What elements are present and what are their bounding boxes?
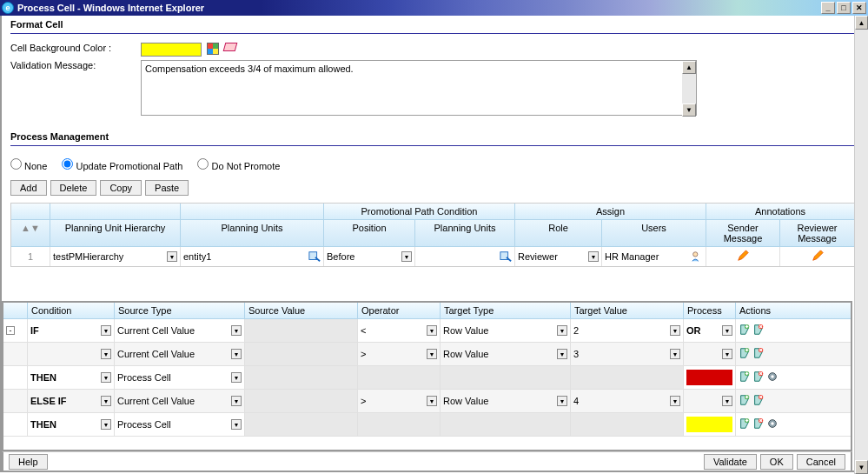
expand-cell[interactable]: - [3, 319, 28, 342]
action-del-icon[interactable] [752, 324, 765, 337]
dropdown-icon[interactable]: ▼ [427, 349, 437, 359]
cell-target-type[interactable] [441, 413, 571, 436]
help-button[interactable]: Help [9, 454, 48, 470]
dropdown-icon[interactable]: ▼ [231, 349, 242, 359]
action-del-icon[interactable] [752, 347, 765, 361]
scroll-up-icon[interactable]: ▲ [682, 61, 696, 74]
col-role[interactable]: Role [515, 220, 602, 246]
cell-condition[interactable]: THEN▼ [28, 366, 115, 389]
validate-button[interactable]: Validate [704, 454, 757, 470]
cell-position[interactable]: Before▼ [324, 247, 415, 266]
col-users[interactable]: Users [602, 220, 706, 246]
dropdown-icon[interactable]: ▼ [231, 419, 242, 430]
cell-operator[interactable]: >▼ [358, 390, 441, 412]
dropdown-icon[interactable]: ▼ [427, 325, 437, 336]
cell-source-value[interactable] [245, 319, 358, 342]
cell-source-type[interactable]: Process Cell▼ [115, 413, 245, 436]
col-operator[interactable]: Operator [358, 303, 441, 318]
cell-target-value[interactable] [571, 413, 684, 436]
pencil-icon[interactable] [737, 250, 749, 264]
paste-button[interactable]: Paste [145, 180, 189, 196]
cell-sender-msg[interactable] [706, 247, 780, 266]
dropdown-icon[interactable]: ▼ [101, 372, 111, 383]
cell-pu[interactable]: entity1 [181, 247, 324, 266]
action-del-icon[interactable] [752, 371, 765, 384]
dropdown-icon[interactable]: ▼ [670, 325, 680, 336]
cell-target-value[interactable]: 3▼ [571, 343, 684, 365]
cell-target-value[interactable]: 2▼ [571, 319, 684, 342]
textarea-scrollbar[interactable]: ▲ ▼ [682, 61, 696, 117]
cell-puh[interactable]: testPMHierarchy▼ [50, 247, 181, 266]
process-color-swatch[interactable] [686, 417, 732, 432]
col-target-type[interactable]: Target Type [441, 303, 571, 318]
page-scrollbar[interactable]: ▲ ▼ [854, 16, 868, 474]
action-add-icon[interactable] [739, 347, 751, 361]
sort-arrows[interactable]: ▲▼ [11, 220, 50, 246]
dropdown-icon[interactable]: ▼ [588, 251, 599, 262]
cell-condition[interactable]: THEN▼ [28, 413, 115, 436]
cell-target-value[interactable] [571, 366, 684, 389]
cell-target-value[interactable]: 4▼ [571, 390, 684, 412]
dropdown-icon[interactable]: ▼ [101, 396, 111, 406]
minimize-button[interactable]: _ [821, 2, 835, 14]
collapse-icon[interactable]: - [6, 326, 15, 335]
dropdown-icon[interactable]: ▼ [231, 396, 242, 406]
col-pos[interactable]: Position [324, 220, 415, 246]
action-add-icon[interactable] [739, 417, 751, 431]
action-del-icon[interactable] [752, 417, 765, 431]
validation-textarea[interactable] [141, 60, 697, 116]
cell-operator[interactable] [358, 413, 441, 436]
process-color-swatch[interactable] [686, 370, 732, 385]
palette-icon[interactable] [207, 43, 219, 55]
action-add-icon[interactable] [739, 394, 751, 408]
cell-source-type[interactable]: Current Cell Value▼ [115, 390, 245, 412]
cell-operator[interactable]: >▼ [358, 343, 441, 365]
action-add-icon[interactable] [739, 324, 751, 337]
dropdown-icon[interactable]: ▼ [557, 349, 567, 359]
col-actions[interactable]: Actions [736, 303, 805, 318]
cell-ppu[interactable] [415, 247, 515, 266]
scroll-down-icon[interactable]: ▼ [855, 460, 868, 474]
dropdown-icon[interactable]: ▼ [722, 349, 732, 359]
dropdown-icon[interactable]: ▼ [722, 396, 732, 406]
col-sender-msg[interactable]: Sender Message [706, 220, 780, 246]
cell-source-type[interactable]: Current Cell Value▼ [115, 343, 245, 365]
cell-target-type[interactable]: Row Value▼ [441, 390, 571, 412]
cell-source-value[interactable] [245, 390, 358, 412]
radio-none[interactable]: None [10, 161, 47, 171]
col-process[interactable]: Process [684, 303, 736, 318]
cell-users[interactable]: HR Manager [602, 247, 706, 266]
col-reviewer-msg[interactable]: Reviewer Message [780, 220, 854, 246]
cell-source-value[interactable] [245, 366, 358, 389]
cell-target-type[interactable] [441, 366, 571, 389]
scroll-up-icon[interactable]: ▲ [855, 16, 868, 30]
cell-condition[interactable]: ▼ [28, 343, 115, 365]
cell-source-value[interactable] [245, 343, 358, 365]
cancel-button[interactable]: Cancel [797, 454, 845, 470]
cell-source-type[interactable]: Process Cell▼ [115, 366, 245, 389]
dropdown-icon[interactable]: ▼ [670, 396, 680, 406]
add-button[interactable]: Add [10, 180, 47, 196]
radio-dnp[interactable]: Do Not Promote [197, 161, 280, 171]
col-pu[interactable]: Planning Units [181, 220, 324, 246]
cell-process[interactable] [684, 413, 736, 436]
cell-operator[interactable] [358, 366, 441, 389]
col-source-type[interactable]: Source Type [115, 303, 245, 318]
action-del-icon[interactable] [752, 394, 765, 408]
cell-target-type[interactable]: Row Value▼ [441, 319, 571, 342]
dropdown-icon[interactable]: ▼ [167, 251, 177, 262]
action-gear-icon[interactable] [766, 371, 779, 384]
dropdown-icon[interactable]: ▼ [401, 251, 412, 262]
cell-condition[interactable]: IF▼ [28, 319, 115, 342]
bg-color-swatch[interactable] [141, 43, 202, 57]
col-source-value[interactable]: Source Value [245, 303, 358, 318]
dropdown-icon[interactable]: ▼ [231, 325, 242, 336]
cell-process[interactable]: OR▼ [684, 319, 736, 342]
radio-update[interactable]: Update Promotional Path [62, 161, 182, 171]
delete-button[interactable]: Delete [50, 180, 97, 196]
cell-reviewer-msg[interactable] [780, 247, 854, 266]
cell-role[interactable]: Reviewer▼ [515, 247, 602, 266]
dropdown-icon[interactable]: ▼ [231, 372, 242, 383]
action-add-icon[interactable] [739, 371, 751, 384]
col-condition[interactable]: Condition [28, 303, 115, 318]
